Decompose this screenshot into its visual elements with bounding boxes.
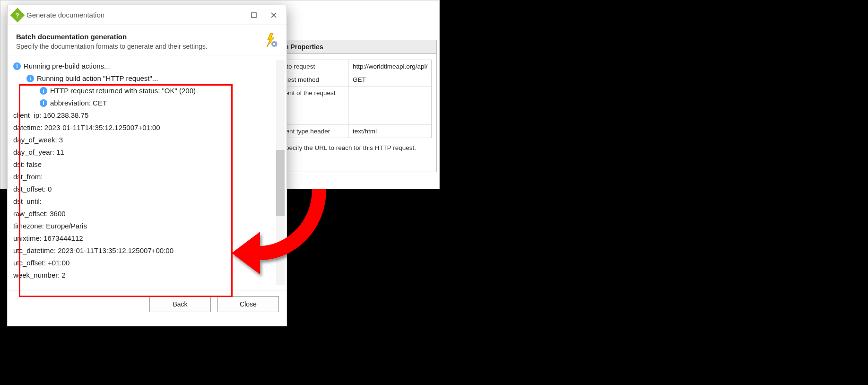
button-label: Back [173,300,187,308]
info-icon: i [13,62,21,70]
log-text: dst: false [13,158,42,171]
log-text: day_of_year: 11 [13,146,64,158]
log-text: HTTP request returned with status: "OK" … [50,85,196,97]
log-line: dst_from: [13,171,285,183]
svg-line-12 [276,42,277,43]
svg-line-10 [272,42,273,43]
close-button[interactable]: Close [217,296,279,312]
property-hint: i Specify the URL to reach for this HTTP… [268,144,432,151]
log-text: unixtime: 1673444112 [13,232,83,245]
log-line: datetime: 2023-01-11T14:35:12.125007+01:… [13,122,285,134]
info-icon: i [26,75,34,82]
prop-row-method[interactable]: Request method GET [269,73,431,87]
lightning-gear-icon [263,33,278,49]
log-line: dst_offset: 0 [13,183,285,195]
log-line: client_ip: 160.238.38.75 [13,109,285,122]
log-text: day_of_week: 3 [13,134,63,146]
log-text: raw_offset: 3600 [13,208,66,220]
prop-row-url[interactable]: URL to request http://worldtimeapi.org/a… [269,60,431,73]
svg-line-13 [272,45,273,46]
log-line: dst: false [13,158,285,171]
dialog-subheader: Batch documentation generation Specify t… [8,25,286,55]
subheader-title: Batch documentation generation [16,33,263,41]
log-text: datetime: 2023-01-11T14:35:12.125007+01:… [13,122,160,134]
log-text: dst_until: [13,195,42,208]
log-line: raw_offset: 3600 [13,208,285,220]
log-line: utc_offset: +01:00 [13,257,285,269]
log-text: dst_offset: 0 [13,183,52,195]
log-line: unixtime: 1673444112 [13,232,285,245]
log-text: timezone: Europe/Paris [13,220,87,232]
log-line: week_number: 2 [13,269,285,281]
prop-row-ctype[interactable]: Content type header text/html [269,125,431,138]
svg-line-11 [276,45,277,46]
property-grid: URL to request http://worldtimeapi.org/a… [268,60,432,138]
log-line: timezone: Europe/Paris [13,220,285,232]
log-line: dst_until: [13,195,285,208]
log-line: i abbreviation: CET [13,97,285,109]
action-properties-panel: Action Properties URL to request http://… [263,40,437,172]
info-icon: i [40,99,47,107]
info-icon: i [40,87,47,95]
scrollbar-thumb[interactable] [276,150,285,216]
panel-header: Action Properties [263,40,436,54]
back-button[interactable]: Back [149,296,211,312]
svg-rect-0 [252,13,256,18]
log-text: client_ip: 160.238.38.75 [13,109,88,122]
log-area: i Running pre-build actions... i Running… [8,55,286,290]
log-text: week_number: 2 [13,269,66,281]
log-line: i HTTP request returned with status: "OK… [13,85,285,97]
generate-documentation-dialog: ? Generate documentation Batch documenta… [7,5,287,326]
stage: ? Generate documentation Batch documenta… [0,0,868,385]
log-line: day_of_week: 3 [13,134,285,146]
prop-row-content[interactable]: Content of the request [269,87,431,125]
titlebar: ? Generate documentation [8,5,286,25]
log-text: Running pre-build actions... [24,60,110,72]
log-text: utc_datetime: 2023-01-11T13:35:12.125007… [13,245,174,257]
prop-value[interactable]: GET [349,73,431,86]
minimize-button[interactable] [244,8,264,23]
app-icon: ? [10,8,25,22]
svg-point-5 [273,43,275,45]
subheader-desc: Specify the documentation formats to gen… [16,43,263,50]
log-text: dst_from: [13,171,43,183]
log-text: abbreviation: CET [50,97,107,109]
button-label: Close [240,300,257,308]
log-line: i Running pre-build actions... [13,60,285,72]
log-line: day_of_year: 11 [13,146,285,158]
prop-value[interactable] [349,87,431,124]
hint-text: Specify the URL to reach for this HTTP r… [281,144,416,151]
dialog-footer: Back Close [8,290,286,318]
log-line: utc_datetime: 2023-01-11T13:35:12.125007… [13,245,285,257]
log-text: utc_offset: +01:00 [13,257,69,269]
window-title: Generate documentation [26,11,244,19]
prop-value[interactable]: http://worldtimeapi.org/api/ [349,60,431,73]
log-line: i Running build action "HTTP request"... [13,72,285,85]
prop-value[interactable]: text/html [349,125,431,138]
log-text: Running build action "HTTP request"... [37,72,158,85]
close-button[interactable] [264,8,284,23]
